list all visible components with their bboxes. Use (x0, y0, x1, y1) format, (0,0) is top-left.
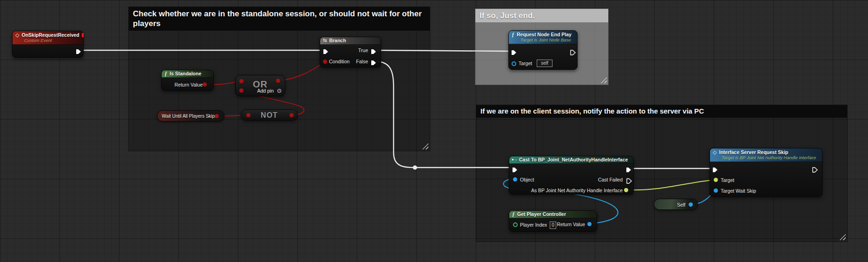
node-interface-server-request-skip[interactable]: ◇ Interface Server Request Skip Target i… (710, 148, 822, 197)
false-pin-label: False (356, 59, 368, 65)
target-pin[interactable] (714, 178, 718, 182)
exec-in-pin[interactable] (511, 49, 517, 54)
target-pin-label: Target (721, 177, 734, 183)
node-wait-until-all-players-skips[interactable]: Wait Until All Players Skips (157, 110, 224, 121)
target-pin[interactable] (512, 61, 516, 66)
exec-out-pin[interactable] (76, 48, 81, 54)
node-or[interactable]: OR Add pin ⊙ (235, 75, 285, 96)
node-title: Cast To BP_Joint_NetAuthorityHandleInter… (519, 157, 628, 162)
player-index-input[interactable]: 0 (550, 222, 556, 229)
node-title: Branch (329, 38, 346, 43)
node-is-standalone[interactable]: ƒ Is Standalone Return Value (161, 70, 214, 91)
node-subtitle: Custom Event (15, 38, 80, 43)
event-binding-icon[interactable] (82, 33, 84, 37)
node-on-skip-request-received[interactable]: ◇ OnSkipRequestReceived Custom Event (12, 31, 84, 58)
or-input-pin-2[interactable] (239, 88, 243, 93)
node-subtitle: Target is BP Joint Net Authority Handle … (713, 155, 819, 160)
variable-label: Self (677, 202, 685, 208)
or-output-pin[interactable] (276, 79, 280, 83)
self-out-pin[interactable] (689, 202, 693, 207)
bool-out-pin[interactable] (215, 114, 219, 118)
comment-just-end-title[interactable]: If so, Just end. (475, 9, 608, 22)
comment-resize-handle[interactable] (601, 77, 607, 83)
node-title: Interface Server Request Skip (719, 149, 788, 155)
true-pin-label: True (358, 47, 368, 54)
node-subtitle: Target is Joint Node Base (512, 37, 574, 42)
function-icon: ƒ (512, 211, 515, 217)
exec-in-pin[interactable] (512, 166, 518, 172)
blueprint-canvas[interactable]: { "comments": { "standalone_check": { "t… (0, 0, 868, 262)
custom-event-icon: ◇ (15, 33, 19, 38)
node-branch[interactable]: ⇆ Branch True Condition False (320, 37, 381, 67)
exec-out-pin[interactable] (812, 166, 818, 172)
exec-in-pin[interactable] (323, 48, 329, 54)
comment-resize-handle[interactable] (422, 143, 428, 149)
add-pin-icon[interactable]: ⊙ (277, 87, 282, 94)
node-self[interactable]: Self (654, 199, 698, 210)
function-icon: ƒ (512, 32, 514, 37)
exec-out-pin[interactable] (570, 49, 576, 54)
player-index-pin[interactable] (513, 222, 518, 227)
true-exec-out-pin[interactable] (371, 48, 376, 54)
node-title: OnSkipRequestReceived (21, 32, 79, 38)
node-get-player-controller[interactable]: ƒ Get Player Controller Player Index 0 R… (509, 210, 597, 232)
comment-client-notify-title[interactable]: If we are on the client session, notify … (476, 105, 847, 118)
variable-label: Wait Until All Players Skips (162, 114, 217, 119)
as-interface-pin[interactable] (624, 188, 628, 192)
as-interface-label: As BP Joint Net Authority Handle Interfa… (531, 188, 623, 194)
object-pin[interactable] (513, 177, 517, 181)
node-cast-to-bp-joint-netauthorityhandleinterface[interactable]: ▸→ Cast To BP_Joint_NetAuthorityHandleIn… (509, 156, 634, 195)
node-title: Request Node End Play (517, 32, 572, 37)
comment-standalone-check-title[interactable]: Check whether we are in the standalone s… (129, 7, 430, 31)
cast-failed-label: Cast Failed (598, 177, 623, 183)
node-title: Is Standalone (170, 71, 201, 76)
return-value-pin[interactable] (203, 82, 207, 87)
node-title: Get Player Controller (517, 211, 566, 217)
reroute-node[interactable] (413, 166, 417, 170)
add-pin-label: Add pin (257, 88, 274, 94)
false-exec-out-pin[interactable] (371, 59, 376, 65)
branch-icon: ⇆ (323, 38, 327, 43)
not-output-pin[interactable] (289, 113, 294, 117)
not-input-pin[interactable] (246, 113, 250, 117)
target-wait-skip-label: Target Wait Skip (721, 188, 756, 194)
exec-in-pin[interactable] (712, 166, 718, 172)
exec-out-pin[interactable] (626, 166, 631, 172)
comment-resize-handle[interactable] (840, 234, 846, 240)
return-value-pin[interactable] (587, 222, 592, 226)
player-index-label: Player Index (520, 222, 547, 228)
target-wait-skip-pin[interactable] (714, 188, 718, 193)
cast-icon: ▸→ (512, 158, 517, 161)
node-not[interactable]: NOT (241, 109, 298, 121)
target-pin-label: Target (519, 60, 532, 67)
interface-event-icon: ◇ (713, 150, 717, 155)
cast-failed-exec-pin[interactable] (626, 177, 632, 183)
condition-pin[interactable] (323, 60, 327, 64)
condition-pin-label: Condition (329, 59, 349, 65)
return-value-label: Return Value (174, 82, 203, 88)
return-value-label: Return Value (557, 222, 585, 228)
function-icon: ƒ (164, 71, 167, 76)
node-request-node-end-play[interactable]: ƒ Request Node End Play Target is Joint … (508, 30, 578, 70)
or-input-pin-1[interactable] (239, 79, 243, 83)
target-value-input[interactable]: self (537, 60, 552, 67)
object-pin-label: Object (520, 177, 534, 183)
